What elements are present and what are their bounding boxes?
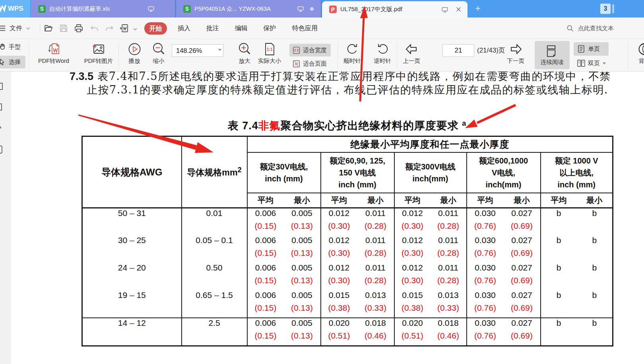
- mm2-cell: 0.05 – 0.1: [182, 236, 247, 263]
- value-cell: 0.018(0.46): [431, 318, 467, 346]
- value-cell: 0.027(0.69): [504, 263, 541, 290]
- value-cell: 0.005(0.13): [284, 290, 321, 318]
- fit-page-icon: [292, 60, 301, 68]
- zoom-out-icon: [151, 42, 166, 56]
- value-cell: 0.030(0.76): [467, 290, 504, 318]
- tab-xls-1[interactable]: S 自动计算编织遮蔽率.xls: [31, 0, 175, 18]
- pdf-to-word-button[interactable]: PDF转Word: [32, 41, 76, 70]
- moon-background-icon: [637, 42, 644, 56]
- actual-size-button[interactable]: 1:1 实际大小: [253, 41, 286, 70]
- value-cell: b: [577, 263, 613, 290]
- awg-cell: 19 – 15: [82, 290, 182, 318]
- wps-logo[interactable]: WPS: [0, 0, 30, 18]
- value-cell: 0.030(0.76): [467, 318, 504, 346]
- menu-tab-edit[interactable]: 编辑: [229, 18, 253, 39]
- save-icon[interactable]: [59, 23, 68, 33]
- undo-icon[interactable]: [90, 23, 99, 33]
- tab-xls-2[interactable]: S P5P04051A 众... YZWX-063A: [176, 0, 321, 18]
- value-cell: 0.013(0.33): [357, 290, 394, 318]
- next-page-button[interactable]: 下一页: [502, 41, 529, 70]
- paragraph-text: 止按7.3.1的要求确定厚度的特殊额定值进行评估，布线已评估的特殊应用应在成品的…: [87, 84, 608, 96]
- value-cell: 0.027(0.69): [504, 236, 541, 263]
- pdf-to-word-label: PDF转Word: [38, 57, 69, 65]
- spreadsheet-icon: S: [38, 5, 46, 13]
- prev-page-label: 上一页: [403, 57, 420, 65]
- open-folder-icon[interactable]: [44, 23, 53, 33]
- fit-width-button[interactable]: 适合宽度: [289, 44, 331, 56]
- pdf-to-image-button[interactable]: PDF转图片: [77, 41, 120, 70]
- prev-page-button[interactable]: 上一页: [398, 41, 425, 70]
- group-header: 额定 1000 V以上电线,inch (mm): [541, 152, 613, 193]
- divider: [40, 23, 40, 34]
- menu-tab-comment[interactable]: 批注: [201, 18, 225, 39]
- panel-icon-fragment[interactable]: [0, 83, 3, 90]
- rotate-cw-label: 顺时针: [343, 57, 361, 65]
- panel-icon-fragment[interactable]: [0, 103, 2, 111]
- background-button[interactable]: 背景: [630, 41, 644, 70]
- page-number-input[interactable]: 21: [442, 44, 474, 57]
- zoom-out-button[interactable]: 缩小: [145, 41, 172, 70]
- value-cell: b: [541, 290, 577, 318]
- zoom-out-label: 缩小: [153, 57, 165, 65]
- value-cell: b: [541, 208, 577, 236]
- paragraph-line-2: 止按7.3.1的要求确定厚度的特殊额定值进行评估，布线已评估的特殊应用应在成品的…: [87, 83, 608, 97]
- value-cell: 0.030(0.76): [467, 236, 504, 263]
- min-header: 最小: [357, 193, 394, 208]
- menu-tab-start[interactable]: 开始: [144, 22, 167, 35]
- menu-tab-special[interactable]: 特色应用: [287, 18, 323, 39]
- paragraph-line-1: 7.3.5 表7.4和7.5所述电线的要求适用于打算安装在正常应用程序中的线路，…: [70, 72, 611, 84]
- table-row: 50 – 310.010.006(0.15)0.005(0.13)0.012(0…: [82, 208, 613, 236]
- arrow-right-icon: [508, 42, 523, 56]
- chevron-down-icon[interactable]: [132, 26, 138, 32]
- new-tab-button[interactable]: +: [472, 3, 483, 14]
- zoom-level-value: 148.26%: [176, 47, 202, 54]
- menu-tab-protect[interactable]: 保护: [258, 18, 281, 39]
- col-header-mm2: 导体规格mm2: [182, 136, 247, 208]
- rotate-counterclockwise-button[interactable]: 逆时针: [369, 41, 396, 70]
- rotate-clockwise-button[interactable]: 顺时针: [339, 41, 366, 70]
- print-icon[interactable]: [74, 23, 83, 33]
- divider: [29, 41, 29, 69]
- left-panel-strip: [0, 72, 11, 364]
- select-label: 选择: [9, 58, 21, 66]
- value-cell: 0.020(0.51): [321, 318, 357, 346]
- fit-page-button[interactable]: 适合页面: [289, 57, 331, 70]
- paragraph-text: 表7.4和7.5所述电线的要求适用于打算安装在正常应用程序中的线路，例如在需要弯…: [93, 72, 611, 82]
- panel-icon-fragment[interactable]: [0, 146, 2, 154]
- tab-pdf-active[interactable]: P UL758_2017中文版.pdf: [322, 1, 467, 18]
- value-cell: 0.011(0.28): [431, 236, 467, 263]
- file-menu[interactable]: 文件: [0, 18, 31, 39]
- window-count-badge[interactable]: 3: [600, 4, 611, 14]
- select-tool[interactable]: 选择: [0, 56, 25, 68]
- redo-icon[interactable]: [105, 23, 114, 33]
- tab-bar: WPS S 自动计算编织遮蔽率.xls S P5P04051A 众... YZW…: [0, 0, 644, 18]
- svg-text:1:1: 1:1: [267, 47, 273, 52]
- value-cell: 0.012(0.30): [394, 236, 431, 263]
- play-button[interactable]: 播放: [121, 41, 147, 70]
- mm2-cell: 2.5: [182, 318, 247, 346]
- rotate-ccw-icon: [375, 42, 390, 56]
- value-cell: 0.011(0.28): [357, 263, 394, 290]
- value-cell: b: [577, 318, 613, 346]
- group-header: 额定300V电线inch(mm): [394, 152, 467, 193]
- hamburger-icon: [0, 24, 6, 33]
- mm2-cell: 0.65 – 1.5: [182, 290, 247, 318]
- double-page-button[interactable]: 双页: [574, 56, 612, 70]
- play-icon: [127, 42, 142, 56]
- close-icon[interactable]: [455, 6, 462, 13]
- mm2-cell: 0.50: [182, 263, 247, 290]
- monitor-icon: [147, 5, 155, 12]
- panel-icon-fragment[interactable]: [0, 127, 1, 128]
- table-title-prefix: 表 7.4: [228, 120, 258, 132]
- export-word-icon[interactable]: [119, 23, 129, 33]
- clause-number: 7.3.5: [70, 72, 93, 82]
- continuous-reading-button[interactable]: 连续阅读: [535, 41, 570, 69]
- find-text-box[interactable]: 点此查找文本: [566, 18, 614, 39]
- avg-header: 平均: [321, 193, 357, 208]
- next-page-label: 下一页: [507, 57, 524, 65]
- fit-width-label: 适合宽度: [303, 47, 327, 54]
- single-page-button[interactable]: 单页: [574, 42, 609, 56]
- zoom-level-combo[interactable]: 148.26%: [172, 44, 223, 57]
- hand-tool[interactable]: 手型: [0, 43, 21, 51]
- menu-tab-insert[interactable]: 插入: [172, 18, 196, 39]
